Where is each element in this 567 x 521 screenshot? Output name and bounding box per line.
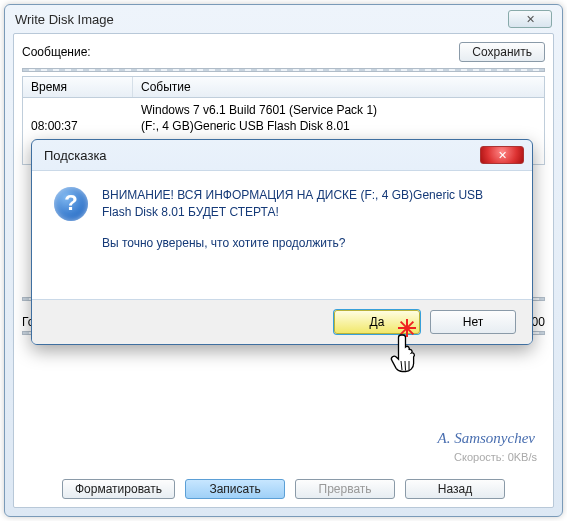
log-event: (F:, 4 GB)Generic USB Flash Disk 8.01 [133, 118, 544, 134]
separator-pipe [22, 68, 545, 72]
dialog-titlebar[interactable]: Подсказка [32, 140, 532, 170]
main-window: Write Disk Image Сообщение: Сохранить Вр… [4, 4, 563, 517]
log-row[interactable]: 08:00:37 (F:, 4 GB)Generic USB Flash Dis… [23, 118, 544, 134]
speed-label: Скорость: [454, 451, 505, 463]
window-close-button[interactable] [508, 10, 552, 28]
log-event: Windows 7 v6.1 Build 7601 (Service Pack … [133, 102, 544, 118]
log-header: Время Событие [23, 77, 544, 98]
no-button[interactable]: Нет [430, 310, 516, 334]
dialog-button-row: Да Нет [32, 300, 532, 344]
speed-row: Скорость: 0KB/s [454, 451, 537, 463]
warning-line-2: Вы точно уверены, что хотите продолжить? [102, 235, 510, 252]
save-button[interactable]: Сохранить [459, 42, 545, 62]
watermark-text: A. Samsonychev [438, 430, 535, 447]
message-label: Сообщение: [22, 45, 91, 59]
speed-value: 0KB/s [508, 451, 537, 463]
window-title: Write Disk Image [15, 12, 114, 27]
confirm-dialog: Подсказка ВНИМАНИЕ! ВСЯ ИНФОРМАЦИЯ НА ДИ… [31, 139, 533, 345]
hand-cursor-icon [389, 331, 423, 375]
titlebar[interactable]: Write Disk Image [5, 5, 562, 33]
column-time[interactable]: Время [23, 77, 133, 97]
warning-line-1: ВНИМАНИЕ! ВСЯ ИНФОРМАЦИЯ НА ДИСКЕ (F:, 4… [102, 187, 510, 221]
dialog-title: Подсказка [44, 148, 107, 163]
dialog-close-button[interactable] [480, 146, 524, 164]
cursor-overlay [385, 321, 429, 379]
log-row[interactable]: Windows 7 v6.1 Build 7601 (Service Pack … [23, 102, 544, 118]
bottom-button-bar: Форматировать Записать Прервать Назад [14, 479, 553, 499]
column-event[interactable]: Событие [133, 77, 544, 97]
log-time: 08:00:37 [23, 118, 133, 134]
format-button[interactable]: Форматировать [62, 479, 175, 499]
log-time [23, 102, 133, 118]
abort-button: Прервать [295, 479, 395, 499]
question-icon [54, 187, 88, 221]
write-button[interactable]: Записать [185, 479, 285, 499]
dialog-text: ВНИМАНИЕ! ВСЯ ИНФОРМАЦИЯ НА ДИСКЕ (F:, 4… [102, 187, 510, 289]
back-button[interactable]: Назад [405, 479, 505, 499]
